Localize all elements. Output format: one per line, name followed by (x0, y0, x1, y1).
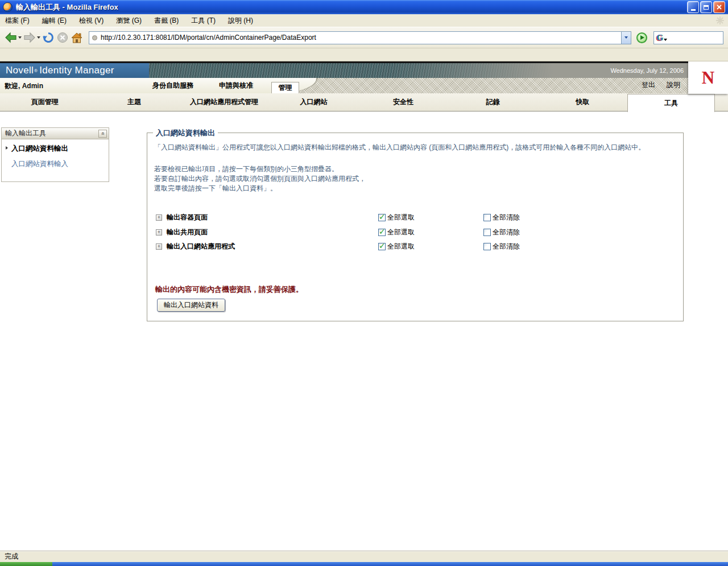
subtab-tools[interactable]: 工具 (627, 94, 715, 112)
forward-button[interactable] (23, 32, 40, 43)
expand-plus-icon[interactable]: + (156, 229, 162, 236)
subtab-page-admin[interactable]: 頁面管理 (0, 93, 90, 111)
google-logo-icon[interactable]: G (656, 33, 663, 43)
subtab-security[interactable]: 安全性 (358, 93, 448, 111)
menu-bar: 檔案 (F) 編輯 (E) 檢視 (V) 瀏覽 (G) 書籤 (B) 工具 (T… (0, 14, 728, 27)
registered-mark: ® (34, 68, 38, 73)
subtab-themes[interactable]: 主題 (90, 93, 180, 111)
forward-arrow-icon (23, 32, 36, 43)
sidebar-collapse-button[interactable]: » (98, 130, 107, 138)
clear-all-label: 全部清除 (493, 242, 520, 251)
sidebar-title: 輸入輸出工具 (5, 129, 46, 138)
expand-plus-icon[interactable]: + (156, 243, 162, 250)
select-all-checkbox[interactable]: ✓ (378, 243, 386, 250)
window-title: 輸入輸出工具 - Mozilla Firefox (16, 2, 686, 13)
url-text[interactable]: http://10.2.30.171:8081/IDM/portal/cn/Ad… (101, 34, 621, 42)
restore-button[interactable] (700, 1, 712, 13)
taskbar-edge (0, 562, 728, 566)
subtab-list: 頁面管理 主題 入口網站應用程式管理 入口網站 安全性 記錄 快取 (0, 93, 627, 111)
instruction-line: 選取完畢後請按一下「輸出入口資料」。 (154, 184, 366, 193)
subtab-portal[interactable]: 入口網站 (269, 93, 359, 111)
export-row-label: 輸出共用頁面 (167, 228, 208, 237)
subtab-portlet-admin[interactable]: 入口網站應用程式管理 (179, 93, 269, 111)
menu-view[interactable]: 檢視 (V) (79, 16, 104, 26)
clear-all-group: 全部清除 (483, 242, 520, 251)
address-dropdown-button[interactable] (621, 32, 631, 44)
go-button[interactable] (636, 32, 647, 43)
confidential-warning: 輸出的內容可能內含機密資訊，請妥善保護。 (155, 284, 303, 295)
stop-button[interactable] (56, 31, 69, 44)
start-button-edge (0, 562, 52, 566)
chevrons-up-icon: » (100, 132, 106, 135)
select-all-label: 全部選取 (387, 242, 415, 251)
stop-icon (56, 31, 69, 44)
export-row-portlets: + 輸出入口網站應用程式 ✓ 全部選取 全部清除 (147, 242, 683, 251)
back-arrow-icon (5, 32, 17, 43)
tab-requests-approvals[interactable]: 申請與核准 (219, 81, 253, 90)
menu-file[interactable]: 檔案 (F) (5, 16, 30, 26)
clear-all-label: 全部清除 (493, 213, 520, 222)
reload-button[interactable] (42, 31, 55, 44)
menu-help[interactable]: 說明 (H) (228, 16, 253, 26)
close-icon (717, 5, 722, 10)
search-input[interactable]: G (653, 31, 723, 44)
instruction-line: 若要自訂輸出內容，請勾選或取消勾選個別頁面與入口網站應用程式， (154, 174, 366, 184)
expand-plus-icon[interactable]: + (156, 214, 162, 221)
sidebar-item-list: 入口網站資料輸出 入口網站資料輸入 (2, 139, 109, 169)
tab-identity-self-service[interactable]: 身份自助服務 (152, 81, 193, 90)
select-all-checkbox[interactable]: ✓ (378, 214, 386, 221)
subtab-caching[interactable]: 快取 (537, 93, 627, 111)
status-text: 完成 (5, 552, 18, 561)
web-page: Novell®Identity Manager Wednesday, July … (0, 61, 728, 551)
subtab-logging[interactable]: 記錄 (448, 93, 538, 111)
select-all-checkbox[interactable]: ✓ (378, 229, 386, 236)
menu-bookmarks[interactable]: 書籤 (B) (154, 16, 179, 26)
check-icon: ✓ (379, 241, 386, 250)
sidebar-item-portal-data-import[interactable]: 入口網站資料輸入 (5, 159, 105, 169)
export-row-shared-pages: + 輸出共用頁面 ✓ 全部選取 全部清除 (147, 228, 683, 237)
product-name: Identity Manager (39, 65, 114, 76)
help-link[interactable]: 說明 (667, 80, 680, 90)
tab-administration[interactable]: 管理 (271, 82, 299, 93)
clear-all-checkbox[interactable] (483, 229, 491, 236)
address-dropdown-caret (624, 36, 628, 39)
admin-subtab-row: 頁面管理 主題 入口網站應用程式管理 入口網站 安全性 記錄 快取 工具 (0, 93, 728, 111)
clear-all-group: 全部清除 (483, 228, 520, 237)
menu-edit[interactable]: 編輯 (E) (42, 16, 67, 26)
logout-link[interactable]: 登出 (642, 80, 655, 90)
select-all-label: 全部選取 (387, 213, 415, 222)
status-bar: 完成 (0, 551, 728, 562)
minimize-button[interactable] (687, 1, 699, 13)
search-engine-caret[interactable] (664, 39, 667, 41)
page-body: 輸入輸出工具 » 入口網站資料輸出 入口網站資料輸入 入 (0, 111, 728, 551)
go-icon (640, 35, 644, 40)
product-banner: Novell®Identity Manager (0, 63, 149, 78)
close-button[interactable] (713, 1, 725, 13)
header-tab-row: 歡迎, Admin 身份自助服務 申請與核准 管理 登出 說明 (0, 78, 728, 93)
current-date: Wednesday, July 12, 2006 (610, 63, 684, 78)
taskbar-strip (52, 562, 728, 566)
export-portal-data-button[interactable]: 輸出入口網站資料 (157, 299, 225, 312)
check-icon: ✓ (379, 227, 386, 236)
forward-dropdown-caret[interactable] (37, 36, 40, 39)
page-favicon (92, 35, 97, 40)
select-all-label: 全部選取 (387, 228, 415, 237)
export-row-label: 輸出入口網站應用程式 (167, 242, 235, 251)
home-button[interactable] (71, 32, 83, 44)
select-all-group: ✓ 全部選取 (378, 242, 415, 251)
sidebar-item-label: 入口網站資料輸出 (11, 144, 68, 152)
instructions: 若要檢視已輸出項目，請按一下每個類別的小三角型摺疊器。 若要自訂輸出內容，請勾選… (154, 164, 366, 193)
restore-icon (704, 5, 709, 10)
back-button[interactable] (5, 32, 22, 43)
menu-tools[interactable]: 工具 (T) (191, 16, 216, 26)
clear-all-group: 全部清除 (483, 213, 520, 222)
address-bar[interactable]: http://10.2.30.171:8081/IDM/portal/cn/Ad… (89, 31, 631, 44)
clear-all-checkbox[interactable] (483, 214, 491, 221)
sidebar-item-portal-data-export[interactable]: 入口網站資料輸出 (5, 144, 105, 154)
back-dropdown-caret[interactable] (18, 36, 22, 39)
reload-icon (42, 31, 55, 44)
novell-logo[interactable]: N (688, 61, 728, 94)
bookmarks-strip (0, 48, 728, 61)
clear-all-checkbox[interactable] (483, 243, 491, 250)
menu-go[interactable]: 瀏覽 (G) (116, 16, 142, 26)
